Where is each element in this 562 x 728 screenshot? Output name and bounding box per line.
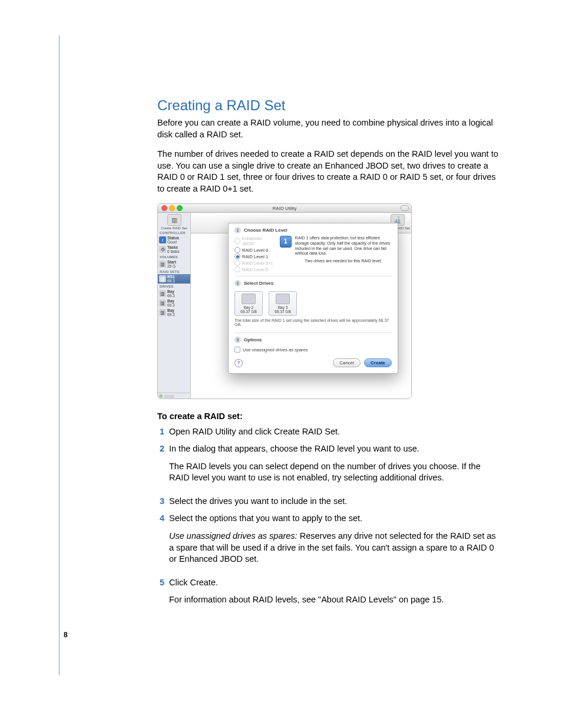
radio-icon: [234, 253, 240, 259]
drive-icon: [242, 294, 256, 304]
radio-raid01: RAID Level 0+1: [234, 260, 274, 266]
drive-tile[interactable]: Bay 3 68.37 GB: [269, 291, 297, 316]
option-term: Use unassigned drives as spares:: [169, 531, 297, 541]
step-number: 3: [157, 496, 164, 508]
sidebar-section-controller: CONTROLLER: [158, 230, 190, 235]
help-button[interactable]: ?: [234, 359, 243, 367]
sidebar-footer: [158, 393, 190, 399]
intro-paragraph-1: Before you can create a RAID volume, you…: [157, 117, 499, 140]
sidebar-item-sub: Good: [167, 240, 177, 244]
radio-label: RAID Level 0+1: [242, 261, 273, 266]
radio-enhanced-jbod: Enhanced JBOD: [234, 236, 274, 246]
sidebar-item-sub: 68.3: [167, 294, 175, 298]
section-heading: Options: [244, 337, 262, 342]
raid-level-radios: Enhanced JBOD RAID Level 0 RAID Level 1 …: [234, 236, 274, 272]
page-title: Creating a RAID Set: [157, 97, 499, 114]
radio-raid0[interactable]: RAID Level 0: [234, 247, 274, 253]
drive-tile[interactable]: Bay 2 68.37 GB: [234, 291, 263, 316]
section-heading: Select Drives: [244, 281, 273, 286]
section-heading: Choose RAID Level: [244, 228, 287, 233]
drive-size: 68.37 GB: [271, 309, 295, 314]
list-item: 5Click Create.For information about RAID…: [157, 577, 499, 612]
info-text-sub: Two drives are needed for this RAID leve…: [295, 259, 392, 264]
cancel-button[interactable]: Cancel: [333, 358, 361, 367]
window-title: RAID Utility: [158, 206, 411, 211]
sidebar-item-tasks[interactable]: ⚙ Tasks0 tasks: [158, 245, 190, 254]
drive-icon: [276, 294, 290, 304]
disk-icon: ▥: [159, 290, 166, 297]
steps-section: To create a RAID set: 1Open RAID Utility…: [157, 411, 499, 618]
step-text: Open RAID Utility and click Create RAID …: [169, 426, 499, 438]
sidebar-section-volumes: VOLUMES: [158, 254, 190, 259]
steps-list: 1Open RAID Utility and click Create RAID…: [157, 426, 499, 612]
app-window: RAID Utility ▥ Create RAID Set CONTROLLE…: [157, 203, 412, 399]
create-button[interactable]: Create: [364, 358, 392, 367]
checkbox-label: Use unassigned drives as spares: [243, 347, 308, 353]
level-info: 1 RAID 1 offers data protection, but les…: [280, 236, 392, 272]
sidebar-item-drive[interactable]: ▥Bay68.3: [158, 289, 190, 298]
sidebar-item-drive[interactable]: ▥Bay68.3: [158, 308, 190, 317]
radio-label: RAID Level 0: [242, 248, 268, 253]
sidebar-item-raidset[interactable]: ▥ RS168.3: [158, 274, 190, 284]
drive-size: 68.37 GB: [237, 309, 260, 314]
sidebar-item-status[interactable]: i StatusGood: [158, 235, 190, 245]
sidebar-section-raidsets: RAID SETS: [158, 269, 190, 274]
sidebar-item-volume[interactable]: ▥ Start29 G: [158, 259, 190, 269]
step-text-sub: The RAID levels you can select depend on…: [169, 461, 499, 484]
radio-icon: [234, 266, 240, 272]
step-text: Select the options that you want to appl…: [169, 513, 499, 525]
section-choose-level: 1Choose RAID Level Enhanced JBOD RAID Le…: [229, 223, 398, 276]
spares-checkbox[interactable]: Use unassigned drives as spares: [234, 345, 392, 354]
checkbox-icon: [234, 347, 240, 353]
step-number: 2: [157, 443, 164, 490]
drive-icon: ▥: [167, 214, 181, 226]
sidebar-item-sub: 68.3: [167, 303, 175, 307]
sidebar: ▥ Create RAID Set CONTROLLER i StatusGoo…: [158, 213, 191, 399]
info-icon: i: [159, 236, 166, 243]
list-item: 1Open RAID Utility and click Create RAID…: [157, 426, 499, 438]
status-dot-icon: [159, 394, 163, 398]
step-badge-icon: 3: [234, 337, 241, 343]
sidebar-item-label: Status: [167, 236, 179, 240]
sidebar-item-drive[interactable]: ▥Bay68.3: [158, 298, 190, 308]
window-titlebar: RAID Utility: [158, 204, 411, 213]
section-options: 3Options Use unassigned drives as spares: [229, 333, 398, 355]
toolbar-toggle-icon[interactable]: [401, 205, 409, 211]
sidebar-item-sub: 68.3: [167, 312, 175, 317]
disk-icon: ▥: [159, 261, 166, 268]
size-note: The total size of the RAID 1 set using t…: [234, 317, 392, 329]
radio-label: RAID Level 1: [242, 254, 268, 259]
sidebar-item-label: Tasks: [167, 245, 178, 249]
intro-paragraph-2: The number of drives needed to create a …: [157, 149, 499, 195]
level-badge-icon: 1: [280, 236, 292, 248]
gear-icon: ⚙: [159, 246, 166, 253]
raidset-icon: ▥: [159, 275, 166, 282]
sidebar-section-drives: DRIVES: [158, 284, 190, 289]
radio-icon: [234, 238, 240, 244]
radio-raid1[interactable]: RAID Level 1: [234, 253, 274, 259]
sidebar-item-label: Bay: [167, 308, 174, 312]
list-item: 2In the dialog that appears, choose the …: [157, 443, 499, 490]
capacity-bar-icon: [164, 395, 174, 398]
list-item: 3Select the drives you want to include i…: [157, 496, 499, 508]
radio-raid5: RAID Level 5: [234, 266, 274, 272]
create-raid-set-button[interactable]: ▥ Create RAID Set: [158, 213, 190, 230]
disk-icon: ▥: [159, 299, 166, 307]
info-text: RAID 1 offers data protection, but less …: [295, 236, 392, 256]
step-number: 4: [157, 513, 164, 571]
step-badge-icon: 2: [234, 280, 241, 286]
radio-icon: [234, 260, 240, 266]
main-pane: 🔬 Verify RAID Set 1Choose RAID Level Enh…: [191, 213, 411, 399]
step-text: Click Create.: [169, 577, 499, 589]
sidebar-item-label: Start: [167, 260, 176, 264]
list-item: 4Select the options that you want to app…: [157, 513, 499, 571]
step-number: 5: [157, 577, 164, 612]
margin-rule: [59, 35, 59, 675]
sidebar-item-label: Bay: [167, 289, 174, 294]
embedded-screenshot: RAID Utility ▥ Create RAID Set CONTROLLE…: [157, 203, 411, 398]
step-text-sub: Use unassigned drives as spares: Reserve…: [169, 531, 499, 565]
sidebar-item-sub: 68.3: [167, 279, 175, 283]
step-badge-icon: 1: [234, 227, 241, 233]
radio-label: Enhanced JBOD: [242, 236, 274, 246]
sheet-footer: ? Cancel Create: [229, 355, 398, 373]
